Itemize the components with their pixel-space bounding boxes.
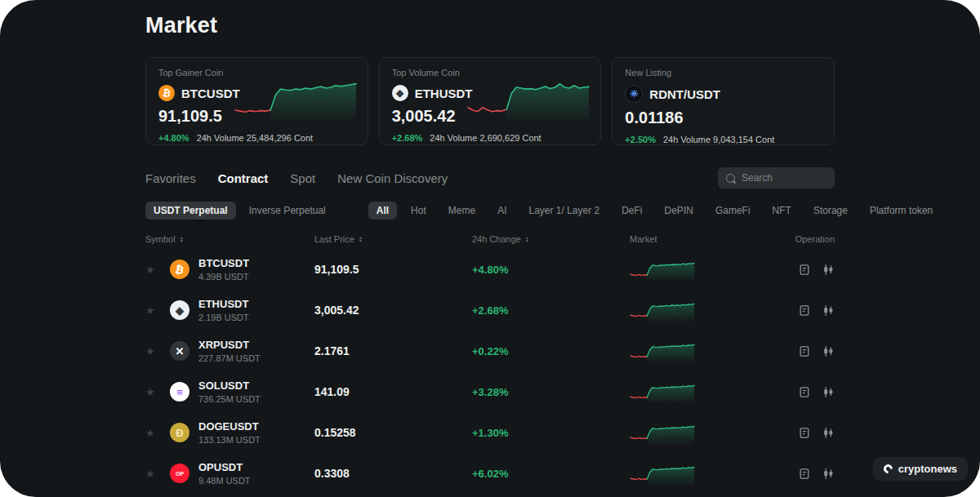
column-header-market: Market: [630, 234, 785, 244]
candlestick-chart-icon[interactable]: [822, 264, 835, 276]
tab-favorites[interactable]: Favorites: [145, 171, 196, 185]
card-symbol: ETHUSDT: [415, 87, 473, 100]
row-symbol: XRPUSDT: [198, 339, 261, 351]
coin-icon: ◆: [392, 85, 408, 101]
column-header-24h-change[interactable]: 24h Change▴▾: [472, 234, 630, 244]
row-last-price: 2.1761: [314, 344, 472, 357]
brand-name: cryptonews: [898, 463, 957, 475]
coin-icon: ₿: [157, 83, 176, 103]
row-24h-change: +6.02%: [472, 468, 630, 480]
table-row-ethusdt[interactable]: ★ ◆ ETHUSDT 2.19B USDT 3,005.42 +2.68%: [145, 290, 835, 331]
search-placeholder: Search: [742, 172, 773, 184]
category-defi[interactable]: DeFi: [613, 202, 650, 220]
order-details-icon[interactable]: [799, 264, 810, 276]
summary-card-new-listing[interactable]: New Listing ✳ RDNT/USDT 0.01186 +2.50% 2…: [612, 57, 835, 145]
order-details-icon[interactable]: [799, 304, 810, 317]
row-symbol: OPUSDT: [198, 461, 251, 473]
order-details-icon[interactable]: [799, 427, 810, 439]
coin-icon: ✳: [625, 85, 643, 103]
category-depin[interactable]: DePIN: [657, 202, 702, 220]
table-row-opusdt[interactable]: ★ OP OPUSDT 9.48M USDT 0.3308 +6.02%: [145, 453, 835, 494]
row-24h-change: +3.28%: [472, 386, 630, 398]
card-volume: 24h Volume 2,690,629 Cont: [430, 133, 541, 143]
category-meme[interactable]: Meme: [440, 202, 483, 220]
tab-new-coin-discovery[interactable]: New Coin Discovery: [337, 171, 448, 185]
brand-badge: cryptonews: [873, 457, 968, 481]
candlestick-chart-icon[interactable]: [822, 427, 835, 439]
category-layer-1-layer-2[interactable]: Layer 1/ Layer 2: [520, 202, 608, 220]
tab-contract[interactable]: Contract: [218, 171, 269, 185]
favorite-star-icon[interactable]: ★: [145, 427, 170, 439]
column-header-symbol[interactable]: Symbol▴▾: [145, 234, 314, 244]
category-all[interactable]: All: [368, 202, 397, 220]
category-ai[interactable]: AI: [489, 202, 514, 220]
tab-spot[interactable]: Spot: [290, 171, 315, 185]
table-row-dogeusdt[interactable]: ★ Ð DOGEUSDT 133.13M USDT 0.15258 +1.30%: [145, 412, 835, 453]
row-last-price: 141.09: [314, 385, 472, 398]
coin-icon: ◆: [170, 300, 189, 320]
order-details-icon[interactable]: [799, 345, 810, 357]
row-symbol: DOGEUSDT: [198, 420, 261, 433]
row-symbol: BTCUSDT: [198, 257, 249, 269]
card-volume: 24h Volume 25,484,296 Cont: [197, 133, 314, 143]
sparkline-chart: [630, 461, 695, 486]
order-details-icon[interactable]: [799, 386, 810, 398]
row-symbol: ETHUSDT: [198, 298, 249, 310]
category-storage[interactable]: Storage: [805, 202, 856, 220]
table-row-solusdt[interactable]: ★ ≡ SOLUSDT 736.25M USDT 141.09 +3.28%: [145, 371, 835, 412]
category-nft[interactable]: NFT: [764, 202, 800, 220]
search-icon: [726, 174, 735, 183]
row-symbol: SOLUSDT: [198, 379, 261, 392]
category-gamefi[interactable]: GameFi: [707, 202, 759, 220]
sparkline-chart: [630, 298, 695, 322]
sort-icon[interactable]: ▴▾: [180, 236, 183, 242]
card-price: 0.01186: [625, 109, 822, 127]
filter-usdt-perpetual[interactable]: USDT Perpetual: [145, 202, 236, 220]
summary-card-top-volume-coin[interactable]: Top Volume Coin ◆ ETHUSDT 3,005.42 +2.68…: [379, 57, 602, 145]
favorite-star-icon[interactable]: ★: [145, 468, 170, 480]
candlestick-chart-icon[interactable]: [822, 345, 835, 357]
sort-icon[interactable]: ▴▾: [359, 236, 362, 242]
cryptonews-logo-icon: [881, 463, 894, 476]
favorite-star-icon[interactable]: ★: [145, 304, 170, 317]
row-volume: 4.39B USDT: [198, 272, 249, 282]
category-platform-token[interactable]: Platform token: [862, 202, 941, 220]
card-change: +2.68%: [392, 133, 423, 143]
search-input[interactable]: Search: [718, 167, 835, 189]
table-body: ★ ₿ BTCUSDT 4.39B USDT 91,109.5 +4.80%: [145, 249, 835, 494]
filter-inverse-perpetual[interactable]: Inverse Perpetual: [241, 202, 334, 220]
row-24h-change: +2.68%: [472, 304, 630, 317]
candlestick-chart-icon[interactable]: [822, 468, 835, 480]
row-24h-change: +4.80%: [472, 264, 630, 276]
sparkline-chart: [234, 75, 357, 122]
card-change: +2.50%: [625, 135, 656, 144]
card-symbol: RDNT/USDT: [649, 87, 720, 101]
page-title: Market: [145, 13, 835, 38]
coin-icon: ₿: [168, 258, 191, 281]
candlestick-chart-icon[interactable]: [822, 304, 835, 317]
card-volume: 24h Volume 9,043,154 Cont: [663, 135, 774, 144]
favorite-star-icon[interactable]: ★: [145, 345, 170, 357]
filter-bar: USDT PerpetualInverse PerpetualAllHotMem…: [145, 201, 835, 220]
table-row-btcusdt[interactable]: ★ ₿ BTCUSDT 4.39B USDT 91,109.5 +4.80%: [145, 249, 835, 290]
coin-icon: Ð: [170, 423, 189, 442]
column-header-last-price[interactable]: Last Price▴▾: [314, 234, 472, 244]
row-24h-change: +1.30%: [472, 427, 630, 439]
sort-icon[interactable]: ▴▾: [526, 236, 528, 242]
category-hot[interactable]: Hot: [403, 202, 434, 220]
sparkline-chart: [630, 257, 695, 282]
coin-icon: ≡: [170, 382, 189, 402]
sparkline-chart: [630, 420, 695, 445]
favorite-star-icon[interactable]: ★: [145, 264, 170, 276]
favorite-star-icon[interactable]: ★: [145, 386, 170, 398]
table-row-xrpusdt[interactable]: ★ ✕ XRPUSDT 227.87M USDT 2.1761 +0.22%: [145, 331, 835, 371]
row-last-price: 3,005.42: [314, 304, 472, 317]
row-volume: 9.48M USDT: [198, 476, 251, 486]
summary-card-top-gainer-coin[interactable]: Top Gainer Coin ₿ BTCUSDT 91,109.5 +4.80…: [145, 57, 368, 145]
card-symbol: BTCUSDT: [181, 87, 240, 100]
sparkline-chart: [630, 379, 695, 404]
candlestick-chart-icon[interactable]: [822, 386, 835, 398]
table-header: Symbol▴▾Last Price▴▾24h Change▴▾MarketOp…: [145, 234, 835, 244]
card-change: +4.80%: [158, 133, 189, 143]
order-details-icon[interactable]: [799, 468, 810, 480]
